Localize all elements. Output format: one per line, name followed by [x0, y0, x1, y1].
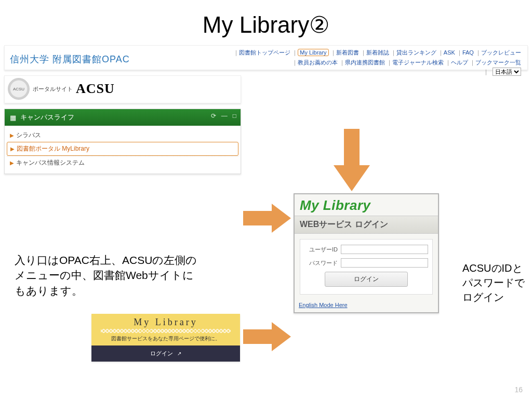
mylibrary-promo-card: My Library 図書館サービスをあなた専用ページで便利に。 ログイン ↗	[91, 314, 240, 362]
nav-link-help[interactable]: ヘルプ	[451, 59, 468, 65]
promo-subtitle: 図書館サービスをあなた専用ページで便利に。	[91, 335, 240, 345]
svg-marker-0	[334, 129, 370, 191]
caret-right-icon: ▶	[10, 160, 14, 166]
campus-life-header: ▦ キャンパスライフ ⟳ — □	[5, 109, 241, 126]
sidebar-item-syllabus[interactable]: ▶ シラバス	[7, 129, 238, 142]
campus-life-panel: ▦ キャンパスライフ ⟳ — □ ▶ シラバス ▶ 図書館ポータル MyLibr…	[4, 109, 241, 174]
sidebar-item-label: 図書館ポータル MyLibrary	[17, 144, 89, 153]
refresh-icon[interactable]: ⟳	[211, 112, 216, 119]
nav-link-faq[interactable]: FAQ	[462, 49, 474, 56]
external-link-icon: ↗	[177, 351, 181, 356]
arrow-right-icon	[243, 204, 291, 233]
arrow-right-icon	[243, 322, 291, 351]
caret-right-icon: ▶	[10, 132, 14, 138]
english-mode-link[interactable]: English Mode Here	[295, 300, 438, 312]
nav-link-mylibrary[interactable]: My Library	[298, 49, 328, 56]
mylibrary-login-panel: My Library WEBサービス ログイン ユーザーID パスワード ログイ…	[294, 193, 439, 313]
nav-link-bookmark[interactable]: ブックマーク一覧	[475, 59, 521, 65]
minimize-icon[interactable]: —	[221, 112, 228, 119]
password-label: パスワード	[304, 259, 338, 267]
mylibrary-logo-text: My Library	[295, 194, 438, 216]
sidebar-item-label: キャンパス情報システム	[16, 158, 85, 167]
nav-link-newbooks[interactable]: 新着図書	[336, 49, 359, 56]
password-input[interactable]	[341, 258, 428, 268]
acsu-portal-header: ACSU ポータルサイト ACSU	[4, 75, 241, 103]
svg-marker-1	[243, 204, 291, 233]
login-form: ユーザーID パスワード ログイン	[300, 239, 433, 295]
sidebar-item-mylibrary[interactable]: ▶ 図書館ポータル MyLibrary	[7, 142, 238, 156]
annotation-login-hint: ACSUのIDとパスワードでログイン	[462, 261, 525, 304]
login-button[interactable]: ログイン	[325, 272, 408, 287]
nav-link-ranking[interactable]: 貸出ランキング	[396, 49, 436, 56]
nav-link-ejournal[interactable]: 電子ジャーナル検索	[392, 59, 444, 65]
sidebar-item-campusinfo[interactable]: ▶ キャンパス情報システム	[7, 156, 238, 169]
svg-marker-2	[243, 322, 291, 351]
user-id-input[interactable]	[341, 245, 428, 254]
promo-login-button[interactable]: ログイン ↗	[91, 345, 240, 362]
nav-link-top[interactable]: 図書館トップページ	[239, 49, 290, 56]
acsu-brand: ACSU	[76, 81, 115, 97]
campus-life-title: キャンパスライフ	[20, 113, 74, 122]
opac-navbar: 信州大学 附属図書館OPAC ｜図書館トップページ ｜My Library ｜新…	[4, 45, 528, 70]
caret-right-icon: ▶	[10, 146, 15, 152]
slide-title: My Library②	[0, 0, 532, 41]
zigzag-divider-icon	[101, 329, 231, 333]
page-number: 16	[514, 385, 523, 394]
acsu-logo-icon: ACSU	[8, 78, 30, 100]
nav-link-newmag[interactable]: 新着雑誌	[366, 49, 389, 56]
user-id-label: ユーザーID	[304, 246, 338, 254]
annotation-entry-points: 入り口はOPAC右上、ACSUの左側のメニューの中、図書館Webサイトにもありま…	[15, 252, 197, 298]
sidebar-item-label: シラバス	[16, 131, 41, 140]
acsu-label: ポータルサイト	[33, 85, 73, 93]
language-select[interactable]: 日本語	[493, 68, 521, 76]
grid-icon: ▦	[10, 114, 16, 122]
promo-title: My Library	[91, 317, 240, 328]
close-icon[interactable]: □	[233, 112, 236, 119]
nav-link-pref[interactable]: 県内連携図書館	[345, 59, 385, 65]
nav-link-rec[interactable]: 教員お薦めの本	[298, 59, 338, 65]
promo-login-label: ログイン	[150, 350, 173, 356]
arrow-down-icon	[334, 129, 370, 191]
nav-link-ask[interactable]: ASK	[444, 49, 455, 56]
nav-link-bookreview[interactable]: ブックレビュー	[481, 49, 521, 56]
login-subtitle: WEBサービス ログイン	[295, 216, 438, 234]
opac-link-group: ｜図書館トップページ ｜My Library ｜新着図書 ｜新着雑誌 ｜貸出ラン…	[233, 48, 521, 77]
